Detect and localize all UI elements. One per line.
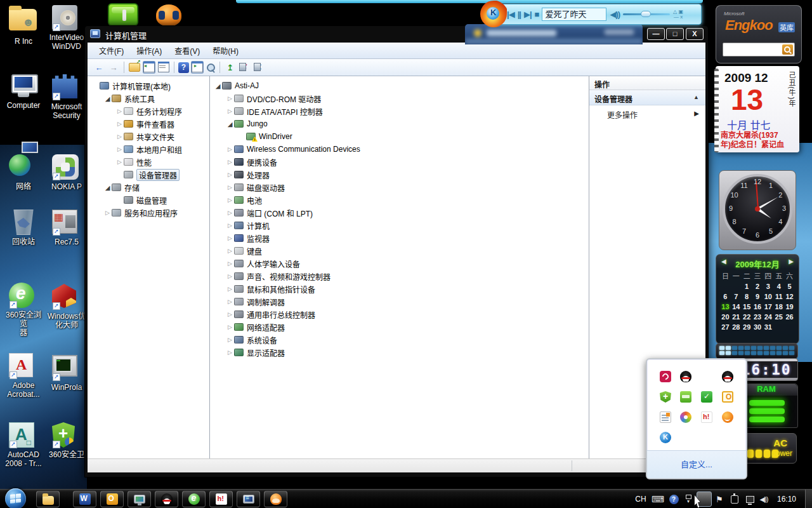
phone-tray-icon[interactable]: [701, 391, 712, 403]
ime-indicator[interactable]: CH: [633, 490, 648, 508]
actions-group-device-manager[interactable]: 设备管理器 ▲: [589, 90, 705, 105]
fetion-tray-icon[interactable]: [722, 411, 733, 423]
device-tree-item[interactable]: !WinDriver: [210, 130, 589, 143]
menu-view[interactable]: 查看(V): [169, 43, 205, 58]
device-tree-item[interactable]: ▷键盘: [210, 244, 589, 257]
player-song-title[interactable]: 爱死了昨天: [542, 8, 606, 21]
desktop-icon-360-safe[interactable]: 360安全卫: [46, 422, 88, 459]
folder-icon[interactable]: [128, 61, 141, 74]
console-tree-item[interactable]: ▷共享文件夹: [88, 130, 209, 143]
device-tree-item[interactable]: ▷监视器: [210, 232, 589, 244]
calendar-day[interactable]: 1: [742, 281, 752, 291]
device-tree-item[interactable]: ▷处理器: [210, 168, 589, 181]
collapsed-expander-icon[interactable]: ▷: [115, 121, 124, 127]
console-tree-item[interactable]: ◢存储: [88, 181, 209, 194]
action-pane-icon[interactable]: [191, 61, 204, 74]
help-icon[interactable]: ?: [178, 62, 189, 73]
close-button[interactable]: X: [686, 28, 704, 40]
device-tree-pane[interactable]: ◢Asti-AJ▷DVD/CD-ROM 驱动器▷IDE ATA/ATAPI 控制…: [210, 76, 589, 458]
device-tree-item[interactable]: ▷系统设备: [210, 333, 589, 346]
collapsed-expander-icon[interactable]: ▷: [115, 159, 124, 165]
search-icon[interactable]: [782, 44, 793, 55]
trend-tray-icon[interactable]: [660, 371, 671, 382]
desktop-icon-360-browser[interactable]: 360安全浏览 器: [3, 283, 44, 337]
calendar-day[interactable]: 20: [720, 312, 731, 322]
taskbar-app-outlook[interactable]: [100, 491, 124, 507]
collapsed-expander-icon[interactable]: ▷: [115, 146, 124, 152]
taskbar-app-fetion-fox[interactable]: [264, 491, 287, 507]
volume-knob[interactable]: [641, 11, 651, 17]
forward-icon[interactable]: →: [107, 61, 120, 74]
restore-window-icon[interactable]: ▾: [683, 490, 694, 508]
disable-icon[interactable]: ✗: [239, 61, 251, 74]
console-tree-item[interactable]: ▷服务和应用程序: [88, 206, 209, 219]
desktop-icon-recycle-bin[interactable]: 回收站: [3, 210, 44, 246]
desktop-icon-network[interactable]: 网络: [3, 154, 44, 191]
calendar-day[interactable]: 31: [763, 322, 773, 332]
collapsed-expander-icon[interactable]: ▷: [226, 349, 234, 356]
console-tree-item[interactable]: ◢系统工具: [88, 92, 209, 105]
engkoo-search-input[interactable]: [723, 43, 795, 57]
palette-tray-icon[interactable]: [680, 411, 691, 423]
collapsed-expander-icon[interactable]: ▷: [226, 171, 234, 178]
device-tree-item[interactable]: ▷人体学输入设备: [210, 257, 589, 270]
taskbar-app-360-browser[interactable]: [182, 491, 206, 507]
player-next-button[interactable]: ▶|: [524, 10, 532, 19]
led-meter-gadget[interactable]: [716, 343, 798, 359]
collapsed-expander-icon[interactable]: ▷: [226, 95, 234, 102]
find-icon[interactable]: [206, 62, 216, 72]
desktop-icon-autocad-2008[interactable]: AutoCAD 2008 - Tr...: [3, 422, 44, 468]
player-prev-button[interactable]: |◀: [507, 10, 514, 19]
taskbar-app-qq[interactable]: [155, 491, 178, 507]
coin-tray-icon[interactable]: [722, 391, 733, 403]
volume-slider[interactable]: [623, 13, 670, 15]
taskbar-clock[interactable]: 16:10: [773, 490, 801, 508]
device-tree-item[interactable]: ▷端口 (COM 和 LPT): [210, 206, 589, 219]
calendar-day[interactable]: 27: [720, 322, 731, 332]
player-stop-button[interactable]: ■: [535, 10, 539, 19]
qq-tray-icon[interactable]: [722, 371, 733, 382]
collapsed-expander-icon[interactable]: ▷: [226, 222, 234, 229]
hao123-tray-icon[interactable]: [701, 411, 712, 423]
collapsed-expander-icon[interactable]: ▷: [226, 248, 234, 254]
collapsed-expander-icon[interactable]: ▷: [226, 159, 234, 165]
console-tree-item[interactable]: 设备管理器: [88, 168, 209, 181]
expanded-expander-icon[interactable]: ◢: [103, 184, 112, 191]
desktop-icon-r-inc[interactable]: R Inc: [3, 5, 44, 46]
mail-tray-icon[interactable]: [660, 411, 671, 423]
device-tree-item[interactable]: ▷便携设备: [210, 156, 589, 168]
calendar-day[interactable]: 7: [731, 291, 742, 302]
desktop-icon-nokia-pc-suite[interactable]: NOKIA P: [46, 154, 88, 191]
expanded-expander-icon[interactable]: ◢: [103, 95, 112, 102]
device-tree-item[interactable]: ▷DVD/CD-ROM 驱动器: [210, 92, 589, 105]
calendar-day[interactable]: 25: [773, 312, 784, 322]
export-icon[interactable]: ↥: [224, 61, 237, 74]
kugou-flame-icon[interactable]: [480, 1, 507, 27]
collapsed-expander-icon[interactable]: ▷: [226, 311, 234, 318]
menu-file[interactable]: 文件(F): [94, 43, 129, 58]
calendar-day[interactable]: 23: [752, 312, 763, 322]
collapsed-expander-icon[interactable]: ▷: [103, 210, 112, 216]
scan-icon[interactable]: ↧: [253, 61, 266, 74]
console-tree-item[interactable]: ▷性能: [88, 156, 209, 168]
back-icon[interactable]: ←: [93, 61, 105, 74]
kugou-tray-icon[interactable]: [660, 432, 671, 443]
device-tree-item[interactable]: ▷声音、视频和游戏控制器: [210, 270, 589, 283]
calendar-day[interactable]: 15: [742, 302, 752, 312]
calendar-day[interactable]: 13: [720, 302, 731, 312]
show-hidden-icons-button[interactable]: [697, 491, 712, 507]
calendar-next-button[interactable]: ▶: [789, 258, 794, 265]
calendar-day[interactable]: 19: [784, 302, 795, 312]
safely-remove-hardware-icon[interactable]: [728, 490, 741, 508]
calendar-day[interactable]: 28: [731, 322, 742, 332]
collapsed-expander-icon[interactable]: ▷: [226, 337, 234, 343]
menu-action[interactable]: 操作(A): [131, 43, 167, 58]
device-tree-item[interactable]: ▷磁盘驱动器: [210, 181, 589, 194]
analog-clock-gadget[interactable]: 123456789101112: [719, 170, 796, 250]
console-tree-item[interactable]: 计算机管理(本地): [88, 79, 209, 92]
console-tree-item[interactable]: ▷任务计划程序: [88, 105, 209, 117]
calendar-day[interactable]: 8: [742, 291, 752, 302]
collapsed-expander-icon[interactable]: ▷: [226, 210, 234, 216]
calendar-day[interactable]: 9: [752, 291, 763, 302]
calendar-day[interactable]: 18: [773, 302, 784, 312]
